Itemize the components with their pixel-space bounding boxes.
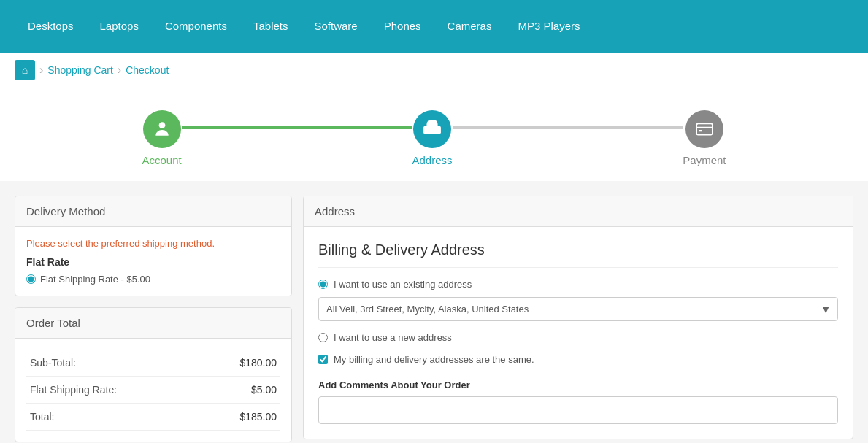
flat-rate-label: Flat Rate: [26, 256, 280, 268]
nav-laptops[interactable]: Laptops: [87, 0, 152, 53]
nav-cameras[interactable]: Cameras: [434, 0, 505, 53]
step-payment-circle: [685, 110, 723, 148]
nav-mp3players[interactable]: MP3 Players: [504, 0, 593, 53]
same-address-checkbox[interactable]: [318, 355, 328, 364]
breadcrumb-arrow-1: ›: [39, 63, 43, 77]
address-select-wrapper: Ali Veli, 3rd Street, Mycity, Alaska, Un…: [318, 297, 838, 321]
breadcrumb-shopping-cart[interactable]: Shopping Cart: [47, 64, 113, 76]
order-table: Sub-Total:$180.00Flat Shipping Rate:$5.0…: [26, 350, 280, 431]
address-panel-body: Billing & Delivery Address I want to use…: [304, 227, 853, 439]
step-address-label: Address: [412, 154, 452, 166]
address-select[interactable]: Ali Veli, 3rd Street, Mycity, Alaska, Un…: [318, 297, 838, 321]
nav-tablets[interactable]: Tablets: [240, 0, 302, 53]
existing-address-label: I want to use an existing address: [334, 279, 472, 290]
nav-components[interactable]: Components: [152, 0, 240, 53]
right-panel: Address Billing & Delivery Address I wan…: [303, 196, 853, 443]
flat-rate-text: Flat Shipping Rate - $5.00: [40, 274, 150, 285]
row-value: $185.00: [199, 404, 280, 431]
step-payment[interactable]: Payment: [683, 110, 726, 166]
order-total-body: Sub-Total:$180.00Flat Shipping Rate:$5.0…: [15, 339, 291, 442]
step-payment-label: Payment: [683, 154, 726, 166]
step-line-2: [453, 126, 683, 129]
address-panel: Address Billing & Delivery Address I wan…: [303, 196, 853, 439]
step-address[interactable]: Address: [412, 110, 452, 166]
nav-desktops[interactable]: Desktops: [15, 0, 87, 53]
breadcrumb-arrow-2: ›: [118, 63, 121, 77]
nav-software[interactable]: Software: [302, 0, 371, 53]
existing-address-radio[interactable]: [318, 280, 328, 289]
left-panel: Delivery Method Please select the prefer…: [15, 196, 292, 443]
svg-rect-3: [696, 123, 713, 134]
order-total-header: Order Total: [15, 308, 291, 339]
table-row: Sub-Total:$180.00: [26, 350, 280, 377]
main-content: Delivery Method Please select the prefer…: [0, 181, 868, 443]
row-value: $5.00: [199, 377, 280, 404]
delivery-method-body: Please select the preferred shipping met…: [15, 227, 291, 296]
step-account-circle: [143, 110, 181, 148]
new-address-option[interactable]: I want to use a new address: [318, 332, 838, 343]
same-address-label: My billing and delivery addresses are th…: [334, 354, 534, 365]
step-address-circle: [413, 110, 451, 148]
stepper: Account Address: [0, 88, 868, 181]
table-row: Total:$185.00: [26, 404, 280, 431]
breadcrumb-checkout[interactable]: Checkout: [126, 64, 169, 76]
billing-delivery-title: Billing & Delivery Address: [318, 242, 838, 268]
delivery-method-header: Delivery Method: [15, 196, 291, 227]
svg-point-2: [431, 128, 434, 131]
row-label: Sub-Total:: [26, 350, 199, 377]
row-value: $180.00: [199, 350, 280, 377]
comments-label: Add Comments About Your Order: [318, 380, 838, 390]
step-line-1: [182, 126, 412, 129]
new-address-label: I want to use a new address: [334, 332, 452, 343]
table-row: Flat Shipping Rate:$5.00: [26, 377, 280, 404]
step-account[interactable]: Account: [142, 110, 182, 166]
same-address-row: My billing and delivery addresses are th…: [318, 354, 838, 365]
svg-rect-5: [699, 130, 702, 131]
flat-rate-option[interactable]: Flat Shipping Rate - $5.00: [26, 274, 280, 285]
flat-rate-radio[interactable]: [26, 274, 36, 284]
existing-address-option[interactable]: I want to use an existing address: [318, 279, 838, 290]
order-total-panel: Order Total Sub-Total:$180.00Flat Shippi…: [15, 307, 292, 442]
step-account-label: Account: [142, 154, 182, 166]
address-radio-group: I want to use an existing address Ali Ve…: [318, 279, 838, 343]
row-label: Flat Shipping Rate:: [26, 377, 199, 404]
new-address-radio[interactable]: [318, 333, 328, 342]
shipping-notice: Please select the preferred shipping met…: [26, 238, 280, 249]
nav-phones[interactable]: Phones: [371, 0, 434, 53]
address-panel-header: Address: [304, 196, 853, 227]
comments-input[interactable]: [318, 396, 838, 424]
navigation: Desktops Laptops Components Tablets Soft…: [0, 0, 868, 53]
svg-point-0: [158, 122, 165, 128]
delivery-method-panel: Delivery Method Please select the prefer…: [15, 196, 292, 296]
breadcrumb: ⌂ › Shopping Cart › Checkout: [0, 53, 868, 88]
row-label: Total:: [26, 404, 199, 431]
home-icon[interactable]: ⌂: [15, 60, 35, 80]
